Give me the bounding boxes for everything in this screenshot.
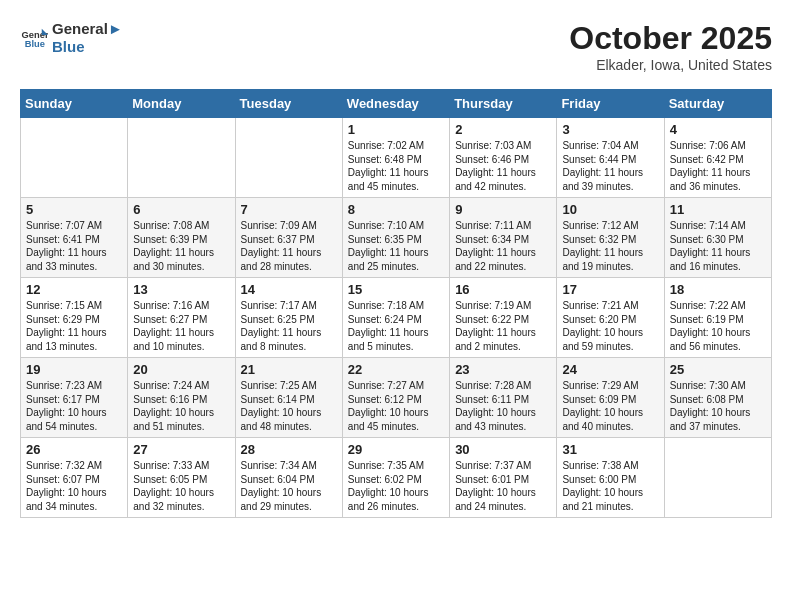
day-info: Sunrise: 7:08 AM Sunset: 6:39 PM Dayligh… bbox=[133, 219, 229, 273]
calendar-cell: 10Sunrise: 7:12 AM Sunset: 6:32 PM Dayli… bbox=[557, 198, 664, 278]
day-number: 23 bbox=[455, 362, 551, 377]
day-info: Sunrise: 7:32 AM Sunset: 6:07 PM Dayligh… bbox=[26, 459, 122, 513]
day-number: 2 bbox=[455, 122, 551, 137]
calendar-cell bbox=[128, 118, 235, 198]
day-number: 17 bbox=[562, 282, 658, 297]
day-info: Sunrise: 7:07 AM Sunset: 6:41 PM Dayligh… bbox=[26, 219, 122, 273]
month-title: October 2025 bbox=[569, 20, 772, 57]
col-header-wednesday: Wednesday bbox=[342, 90, 449, 118]
calendar-week-row: 19Sunrise: 7:23 AM Sunset: 6:17 PM Dayli… bbox=[21, 358, 772, 438]
day-info: Sunrise: 7:19 AM Sunset: 6:22 PM Dayligh… bbox=[455, 299, 551, 353]
day-info: Sunrise: 7:11 AM Sunset: 6:34 PM Dayligh… bbox=[455, 219, 551, 273]
day-number: 7 bbox=[241, 202, 337, 217]
day-info: Sunrise: 7:38 AM Sunset: 6:00 PM Dayligh… bbox=[562, 459, 658, 513]
day-info: Sunrise: 7:15 AM Sunset: 6:29 PM Dayligh… bbox=[26, 299, 122, 353]
svg-text:Blue: Blue bbox=[25, 39, 45, 49]
calendar-cell: 27Sunrise: 7:33 AM Sunset: 6:05 PM Dayli… bbox=[128, 438, 235, 518]
calendar-cell: 26Sunrise: 7:32 AM Sunset: 6:07 PM Dayli… bbox=[21, 438, 128, 518]
day-info: Sunrise: 7:33 AM Sunset: 6:05 PM Dayligh… bbox=[133, 459, 229, 513]
day-info: Sunrise: 7:23 AM Sunset: 6:17 PM Dayligh… bbox=[26, 379, 122, 433]
calendar-cell: 9Sunrise: 7:11 AM Sunset: 6:34 PM Daylig… bbox=[450, 198, 557, 278]
calendar-week-row: 26Sunrise: 7:32 AM Sunset: 6:07 PM Dayli… bbox=[21, 438, 772, 518]
calendar-cell: 7Sunrise: 7:09 AM Sunset: 6:37 PM Daylig… bbox=[235, 198, 342, 278]
col-header-friday: Friday bbox=[557, 90, 664, 118]
day-info: Sunrise: 7:17 AM Sunset: 6:25 PM Dayligh… bbox=[241, 299, 337, 353]
day-number: 16 bbox=[455, 282, 551, 297]
calendar-cell bbox=[21, 118, 128, 198]
day-number: 4 bbox=[670, 122, 766, 137]
calendar-cell: 29Sunrise: 7:35 AM Sunset: 6:02 PM Dayli… bbox=[342, 438, 449, 518]
calendar-cell: 23Sunrise: 7:28 AM Sunset: 6:11 PM Dayli… bbox=[450, 358, 557, 438]
day-number: 31 bbox=[562, 442, 658, 457]
day-info: Sunrise: 7:30 AM Sunset: 6:08 PM Dayligh… bbox=[670, 379, 766, 433]
day-number: 20 bbox=[133, 362, 229, 377]
day-number: 8 bbox=[348, 202, 444, 217]
calendar-cell bbox=[664, 438, 771, 518]
page-header: Genera Blue General► Blue October 2025 E… bbox=[20, 20, 772, 73]
day-number: 25 bbox=[670, 362, 766, 377]
day-number: 3 bbox=[562, 122, 658, 137]
day-info: Sunrise: 7:28 AM Sunset: 6:11 PM Dayligh… bbox=[455, 379, 551, 433]
day-number: 6 bbox=[133, 202, 229, 217]
calendar-week-row: 5Sunrise: 7:07 AM Sunset: 6:41 PM Daylig… bbox=[21, 198, 772, 278]
day-number: 22 bbox=[348, 362, 444, 377]
calendar-cell: 4Sunrise: 7:06 AM Sunset: 6:42 PM Daylig… bbox=[664, 118, 771, 198]
calendar-week-row: 12Sunrise: 7:15 AM Sunset: 6:29 PM Dayli… bbox=[21, 278, 772, 358]
calendar-cell: 11Sunrise: 7:14 AM Sunset: 6:30 PM Dayli… bbox=[664, 198, 771, 278]
day-number: 28 bbox=[241, 442, 337, 457]
day-number: 18 bbox=[670, 282, 766, 297]
calendar-cell: 1Sunrise: 7:02 AM Sunset: 6:48 PM Daylig… bbox=[342, 118, 449, 198]
calendar-cell: 24Sunrise: 7:29 AM Sunset: 6:09 PM Dayli… bbox=[557, 358, 664, 438]
calendar-cell: 12Sunrise: 7:15 AM Sunset: 6:29 PM Dayli… bbox=[21, 278, 128, 358]
title-block: October 2025 Elkader, Iowa, United State… bbox=[569, 20, 772, 73]
calendar-cell: 22Sunrise: 7:27 AM Sunset: 6:12 PM Dayli… bbox=[342, 358, 449, 438]
calendar-cell bbox=[235, 118, 342, 198]
day-number: 13 bbox=[133, 282, 229, 297]
day-info: Sunrise: 7:18 AM Sunset: 6:24 PM Dayligh… bbox=[348, 299, 444, 353]
day-number: 14 bbox=[241, 282, 337, 297]
calendar-cell: 3Sunrise: 7:04 AM Sunset: 6:44 PM Daylig… bbox=[557, 118, 664, 198]
day-number: 12 bbox=[26, 282, 122, 297]
col-header-sunday: Sunday bbox=[21, 90, 128, 118]
day-info: Sunrise: 7:12 AM Sunset: 6:32 PM Dayligh… bbox=[562, 219, 658, 273]
day-number: 27 bbox=[133, 442, 229, 457]
calendar-cell: 15Sunrise: 7:18 AM Sunset: 6:24 PM Dayli… bbox=[342, 278, 449, 358]
calendar-cell: 5Sunrise: 7:07 AM Sunset: 6:41 PM Daylig… bbox=[21, 198, 128, 278]
day-info: Sunrise: 7:37 AM Sunset: 6:01 PM Dayligh… bbox=[455, 459, 551, 513]
day-info: Sunrise: 7:21 AM Sunset: 6:20 PM Dayligh… bbox=[562, 299, 658, 353]
day-number: 5 bbox=[26, 202, 122, 217]
logo-line1: General► bbox=[52, 20, 123, 38]
calendar-cell: 21Sunrise: 7:25 AM Sunset: 6:14 PM Dayli… bbox=[235, 358, 342, 438]
day-info: Sunrise: 7:25 AM Sunset: 6:14 PM Dayligh… bbox=[241, 379, 337, 433]
day-info: Sunrise: 7:14 AM Sunset: 6:30 PM Dayligh… bbox=[670, 219, 766, 273]
calendar-cell: 2Sunrise: 7:03 AM Sunset: 6:46 PM Daylig… bbox=[450, 118, 557, 198]
calendar-cell: 13Sunrise: 7:16 AM Sunset: 6:27 PM Dayli… bbox=[128, 278, 235, 358]
calendar-week-row: 1Sunrise: 7:02 AM Sunset: 6:48 PM Daylig… bbox=[21, 118, 772, 198]
calendar-cell: 18Sunrise: 7:22 AM Sunset: 6:19 PM Dayli… bbox=[664, 278, 771, 358]
calendar-cell: 16Sunrise: 7:19 AM Sunset: 6:22 PM Dayli… bbox=[450, 278, 557, 358]
day-number: 1 bbox=[348, 122, 444, 137]
day-info: Sunrise: 7:34 AM Sunset: 6:04 PM Dayligh… bbox=[241, 459, 337, 513]
day-number: 21 bbox=[241, 362, 337, 377]
day-info: Sunrise: 7:04 AM Sunset: 6:44 PM Dayligh… bbox=[562, 139, 658, 193]
calendar-cell: 19Sunrise: 7:23 AM Sunset: 6:17 PM Dayli… bbox=[21, 358, 128, 438]
day-info: Sunrise: 7:27 AM Sunset: 6:12 PM Dayligh… bbox=[348, 379, 444, 433]
day-number: 15 bbox=[348, 282, 444, 297]
calendar-cell: 20Sunrise: 7:24 AM Sunset: 6:16 PM Dayli… bbox=[128, 358, 235, 438]
day-number: 30 bbox=[455, 442, 551, 457]
day-number: 29 bbox=[348, 442, 444, 457]
calendar-cell: 28Sunrise: 7:34 AM Sunset: 6:04 PM Dayli… bbox=[235, 438, 342, 518]
col-header-tuesday: Tuesday bbox=[235, 90, 342, 118]
calendar-cell: 8Sunrise: 7:10 AM Sunset: 6:35 PM Daylig… bbox=[342, 198, 449, 278]
day-info: Sunrise: 7:03 AM Sunset: 6:46 PM Dayligh… bbox=[455, 139, 551, 193]
day-info: Sunrise: 7:29 AM Sunset: 6:09 PM Dayligh… bbox=[562, 379, 658, 433]
day-info: Sunrise: 7:22 AM Sunset: 6:19 PM Dayligh… bbox=[670, 299, 766, 353]
calendar-cell: 6Sunrise: 7:08 AM Sunset: 6:39 PM Daylig… bbox=[128, 198, 235, 278]
calendar-header-row: SundayMondayTuesdayWednesdayThursdayFrid… bbox=[21, 90, 772, 118]
day-info: Sunrise: 7:09 AM Sunset: 6:37 PM Dayligh… bbox=[241, 219, 337, 273]
logo-icon: Genera Blue bbox=[20, 24, 48, 52]
col-header-thursday: Thursday bbox=[450, 90, 557, 118]
location-subtitle: Elkader, Iowa, United States bbox=[569, 57, 772, 73]
day-number: 19 bbox=[26, 362, 122, 377]
day-number: 9 bbox=[455, 202, 551, 217]
